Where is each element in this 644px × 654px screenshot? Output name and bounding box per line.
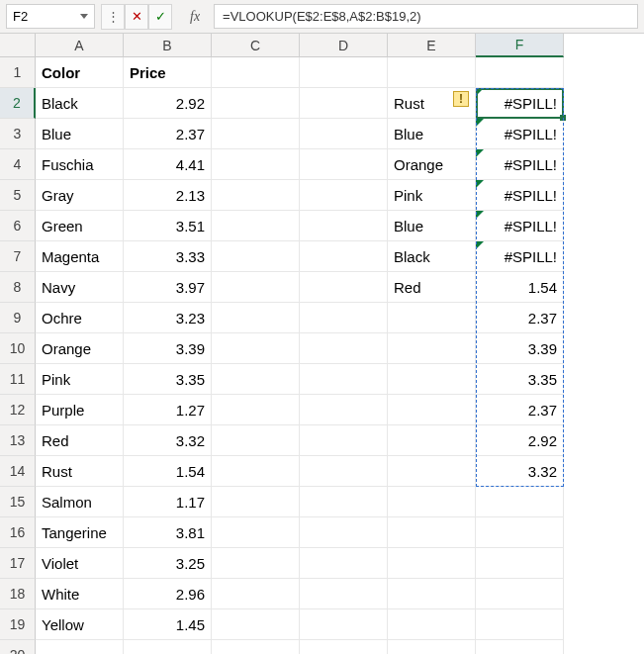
cell-E6[interactable]: Blue [388, 211, 476, 241]
enter-icon[interactable]: ✓ [148, 4, 172, 30]
cell-D1[interactable] [300, 57, 388, 88]
cell-A3[interactable]: Blue [36, 119, 124, 149]
cell-C11[interactable] [212, 364, 300, 395]
cell-B11[interactable]: 3.35 [124, 364, 212, 395]
cell-B14[interactable]: 1.54 [124, 456, 212, 487]
cell-D18[interactable] [300, 579, 388, 609]
row-header-1[interactable]: 1 [0, 57, 36, 88]
cell-A17[interactable]: Violet [36, 548, 124, 579]
cell-B2[interactable]: 2.92 [124, 88, 212, 119]
cell-D15[interactable] [300, 487, 388, 517]
cell-C18[interactable] [212, 579, 300, 609]
cell-E3[interactable]: Blue [388, 119, 476, 149]
cell-B7[interactable]: 3.33 [124, 241, 212, 272]
cell-F20[interactable] [476, 640, 564, 654]
cell-F2[interactable]: #SPILL! [476, 88, 564, 119]
cell-D16[interactable] [300, 517, 388, 548]
cell-A7[interactable]: Magenta [36, 241, 124, 272]
cell-C19[interactable] [212, 609, 300, 640]
chevron-down-icon[interactable] [80, 14, 88, 19]
row-header-5[interactable]: 5 [0, 180, 36, 211]
cell-C17[interactable] [212, 548, 300, 579]
cell-E4[interactable]: Orange [388, 149, 476, 180]
cell-F7[interactable]: #SPILL! [476, 241, 564, 272]
cell-C9[interactable] [212, 303, 300, 333]
cell-B15[interactable]: 1.17 [124, 487, 212, 517]
cell-F16[interactable] [476, 517, 564, 548]
cell-F14[interactable]: 3.32 [476, 456, 564, 487]
cell-C13[interactable] [212, 425, 300, 456]
cell-A14[interactable]: Rust [36, 456, 124, 487]
cell-F9[interactable]: 2.37 [476, 303, 564, 333]
cell-D8[interactable] [300, 272, 388, 303]
col-header-E[interactable]: E [388, 34, 476, 57]
cell-F15[interactable] [476, 487, 564, 517]
cell-C15[interactable] [212, 487, 300, 517]
row-header-9[interactable]: 9 [0, 303, 36, 333]
cell-F1[interactable] [476, 57, 564, 88]
cell-C6[interactable] [212, 211, 300, 241]
cell-D17[interactable] [300, 548, 388, 579]
cell-D20[interactable] [300, 640, 388, 654]
cell-F12[interactable]: 2.37 [476, 395, 564, 425]
error-warning-icon[interactable]: ! [453, 91, 469, 107]
row-header-13[interactable]: 13 [0, 425, 36, 456]
cell-F3[interactable]: #SPILL! [476, 119, 564, 149]
formula-input[interactable]: =VLOOKUP(E$2:E$8,A$2:B$19,2) [214, 4, 638, 29]
cell-B4[interactable]: 4.41 [124, 149, 212, 180]
row-header-14[interactable]: 14 [0, 456, 36, 487]
cell-D5[interactable] [300, 180, 388, 211]
cell-E18[interactable] [388, 579, 476, 609]
cell-C3[interactable] [212, 119, 300, 149]
cell-A8[interactable]: Navy [36, 272, 124, 303]
cell-E16[interactable] [388, 517, 476, 548]
cell-E19[interactable] [388, 609, 476, 640]
row-header-10[interactable]: 10 [0, 333, 36, 364]
cell-B20[interactable] [124, 640, 212, 654]
cell-A1[interactable]: Color [36, 57, 124, 88]
row-header-15[interactable]: 15 [0, 487, 36, 517]
cell-E17[interactable] [388, 548, 476, 579]
cell-A11[interactable]: Pink [36, 364, 124, 395]
cell-D6[interactable] [300, 211, 388, 241]
cell-D10[interactable] [300, 333, 388, 364]
cell-B3[interactable]: 2.37 [124, 119, 212, 149]
cell-E9[interactable] [388, 303, 476, 333]
cell-D19[interactable] [300, 609, 388, 640]
row-header-6[interactable]: 6 [0, 211, 36, 241]
cell-F6[interactable]: #SPILL! [476, 211, 564, 241]
row-header-11[interactable]: 11 [0, 364, 36, 395]
cell-D13[interactable] [300, 425, 388, 456]
cell-B8[interactable]: 3.97 [124, 272, 212, 303]
cell-B19[interactable]: 1.45 [124, 609, 212, 640]
cell-B9[interactable]: 3.23 [124, 303, 212, 333]
worksheet[interactable]: A B C D E F 1234567891011121314151617181… [0, 34, 644, 654]
row-header-12[interactable]: 12 [0, 395, 36, 425]
row-header-2[interactable]: 2 [0, 88, 36, 119]
cell-C7[interactable] [212, 241, 300, 272]
cell-E20[interactable] [388, 640, 476, 654]
cell-E11[interactable] [388, 364, 476, 395]
row-header-3[interactable]: 3 [0, 119, 36, 149]
cell-A9[interactable]: Ochre [36, 303, 124, 333]
cell-F18[interactable] [476, 579, 564, 609]
cell-C14[interactable] [212, 456, 300, 487]
cell-C10[interactable] [212, 333, 300, 364]
fx-icon[interactable]: fx [178, 4, 208, 29]
cell-D11[interactable] [300, 364, 388, 395]
cell-B5[interactable]: 2.13 [124, 180, 212, 211]
cell-E15[interactable] [388, 487, 476, 517]
cell-F17[interactable] [476, 548, 564, 579]
cell-E7[interactable]: Black [388, 241, 476, 272]
cell-F13[interactable]: 2.92 [476, 425, 564, 456]
cell-B17[interactable]: 3.25 [124, 548, 212, 579]
select-all-corner[interactable] [0, 34, 36, 57]
dropdown-icon[interactable]: ⋮ [101, 4, 125, 30]
cell-B6[interactable]: 3.51 [124, 211, 212, 241]
cell-D4[interactable] [300, 149, 388, 180]
row-header-17[interactable]: 17 [0, 548, 36, 579]
cell-F19[interactable] [476, 609, 564, 640]
cell-D12[interactable] [300, 395, 388, 425]
cell-A5[interactable]: Gray [36, 180, 124, 211]
cell-B18[interactable]: 2.96 [124, 579, 212, 609]
